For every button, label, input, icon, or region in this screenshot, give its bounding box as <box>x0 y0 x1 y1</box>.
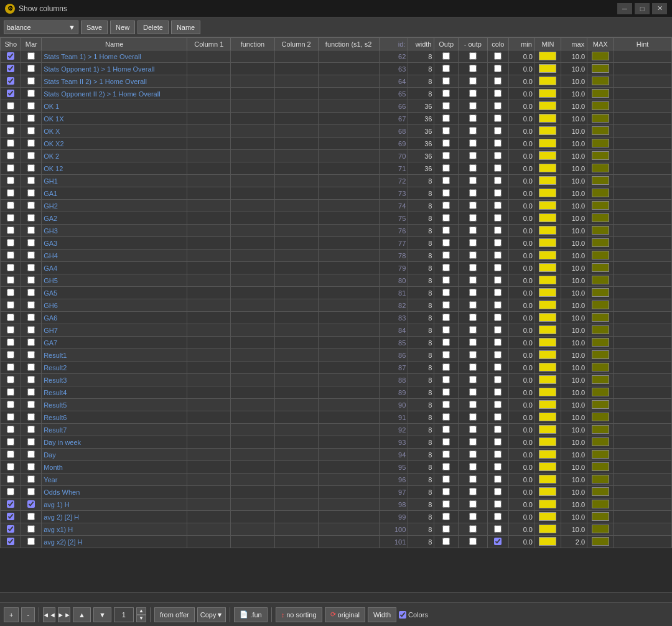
MIN-cell[interactable] <box>534 461 561 474</box>
mark-checkbox[interactable] <box>27 152 35 159</box>
show-cell[interactable] <box>1 399 21 411</box>
outp-checkbox[interactable] <box>442 413 450 421</box>
outp-cell[interactable] <box>434 374 458 386</box>
mark-cell[interactable] <box>21 125 42 138</box>
show-checkbox[interactable] <box>7 438 14 446</box>
horizontal-scrollbar[interactable] <box>0 592 672 602</box>
outpu-cell[interactable] <box>458 287 487 299</box>
outp-checkbox[interactable] <box>442 426 450 433</box>
color-checkbox[interactable] <box>494 538 502 545</box>
outp-cell[interactable] <box>434 349 458 362</box>
mark-checkbox[interactable] <box>27 251 35 259</box>
minimize-button[interactable]: ─ <box>617 3 632 14</box>
outp-checkbox[interactable] <box>442 164 450 172</box>
outpu-checkbox[interactable] <box>469 426 477 433</box>
color-cell[interactable] <box>487 299 508 312</box>
mark-checkbox[interactable] <box>27 525 35 533</box>
mark-cell[interactable] <box>21 399 42 411</box>
show-checkbox[interactable] <box>7 239 14 246</box>
color-checkbox[interactable] <box>494 525 502 533</box>
mark-checkbox[interactable] <box>27 463 35 470</box>
outpu-checkbox[interactable] <box>469 351 477 358</box>
MAX-cell[interactable] <box>587 386 614 399</box>
MIN-cell[interactable] <box>534 436 561 449</box>
outpu-checkbox[interactable] <box>469 488 477 495</box>
mark-cell[interactable] <box>21 386 42 399</box>
show-cell[interactable] <box>1 250 21 262</box>
MIN-cell[interactable] <box>534 63 561 75</box>
mark-checkbox[interactable] <box>27 451 35 458</box>
MAX-cell[interactable] <box>587 337 614 349</box>
add-button[interactable]: + <box>4 607 19 622</box>
outp-cell[interactable] <box>434 486 458 498</box>
outpu-checkbox[interactable] <box>469 538 477 545</box>
color-cell[interactable] <box>487 349 508 362</box>
color-checkbox[interactable] <box>494 351 502 358</box>
outp-checkbox[interactable] <box>442 177 450 184</box>
colors-checkbox[interactable] <box>399 611 406 619</box>
mark-checkbox[interactable] <box>27 538 35 545</box>
MIN-cell[interactable] <box>534 523 561 536</box>
mark-checkbox[interactable] <box>27 339 35 346</box>
outpu-checkbox[interactable] <box>469 525 477 533</box>
mark-checkbox[interactable] <box>27 438 35 446</box>
outp-cell[interactable] <box>434 362 458 374</box>
MAX-cell[interactable] <box>587 162 614 175</box>
color-cell[interactable] <box>487 138 508 150</box>
MIN-cell[interactable] <box>534 100 561 113</box>
outp-cell[interactable] <box>434 474 458 486</box>
outpu-cell[interactable] <box>458 399 487 411</box>
mark-checkbox[interactable] <box>27 488 35 495</box>
mark-cell[interactable] <box>21 312 42 324</box>
color-cell[interactable] <box>487 486 508 498</box>
outp-cell[interactable] <box>434 175 458 187</box>
MIN-cell[interactable] <box>534 312 561 324</box>
outp-cell[interactable] <box>434 299 458 312</box>
preset-dropdown[interactable]: balance ▼ <box>4 21 78 34</box>
outp-checkbox[interactable] <box>442 538 450 545</box>
outpu-checkbox[interactable] <box>469 77 477 85</box>
color-checkbox[interactable] <box>494 475 502 483</box>
show-cell[interactable] <box>1 461 21 474</box>
outp-checkbox[interactable] <box>442 475 450 483</box>
MIN-cell[interactable] <box>534 88 561 100</box>
outpu-cell[interactable] <box>458 374 487 386</box>
color-cell[interactable] <box>487 187 508 200</box>
color-checkbox[interactable] <box>494 77 502 85</box>
MAX-cell[interactable] <box>587 299 614 312</box>
outpu-cell[interactable] <box>458 125 487 138</box>
show-checkbox[interactable] <box>7 475 14 483</box>
MAX-cell[interactable] <box>587 511 614 523</box>
mark-checkbox[interactable] <box>27 388 35 396</box>
show-cell[interactable] <box>1 162 21 175</box>
mark-checkbox[interactable] <box>27 363 35 371</box>
show-cell[interactable] <box>1 299 21 312</box>
new-button[interactable]: New <box>110 21 135 34</box>
MAX-cell[interactable] <box>587 125 614 138</box>
show-checkbox[interactable] <box>7 289 14 296</box>
mark-checkbox[interactable] <box>27 177 35 184</box>
outp-checkbox[interactable] <box>442 152 450 159</box>
outp-checkbox[interactable] <box>442 314 450 321</box>
show-cell[interactable] <box>1 374 21 386</box>
show-checkbox[interactable] <box>7 401 14 408</box>
MAX-cell[interactable] <box>587 324 614 337</box>
outp-checkbox[interactable] <box>442 139 450 147</box>
outp-cell[interactable] <box>434 312 458 324</box>
mark-checkbox[interactable] <box>27 114 35 122</box>
mark-cell[interactable] <box>21 337 42 349</box>
outp-checkbox[interactable] <box>442 463 450 470</box>
outp-cell[interactable] <box>434 337 458 349</box>
color-cell[interactable] <box>487 374 508 386</box>
MAX-cell[interactable] <box>587 187 614 200</box>
MIN-cell[interactable] <box>534 511 561 523</box>
color-cell[interactable] <box>487 212 508 225</box>
color-cell[interactable] <box>487 150 508 162</box>
mark-cell[interactable] <box>21 88 42 100</box>
mark-cell[interactable] <box>21 486 42 498</box>
show-cell[interactable] <box>1 237 21 250</box>
maximize-button[interactable]: □ <box>635 3 650 14</box>
outpu-cell[interactable] <box>458 312 487 324</box>
MAX-cell[interactable] <box>587 498 614 511</box>
color-checkbox[interactable] <box>494 301 502 309</box>
